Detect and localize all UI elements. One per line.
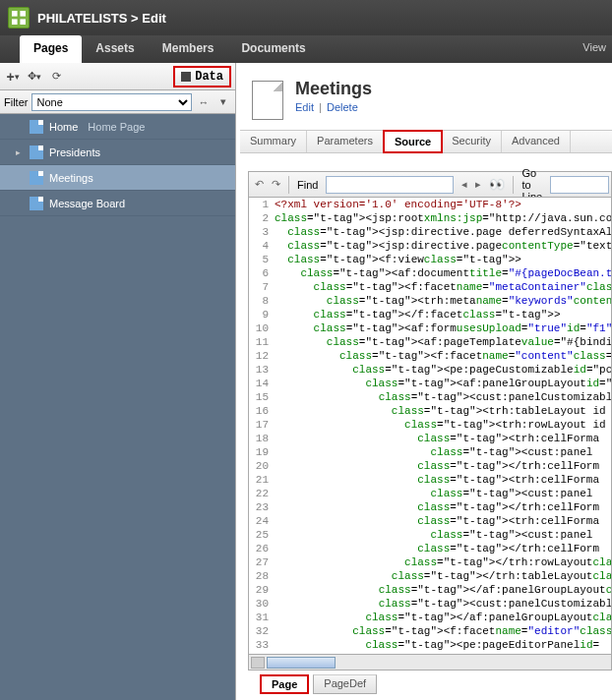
code-line: 22 class="t-tag"><cust:panel xyxy=(249,487,611,500)
code-line: 20 class="t-tag"></trh:cellForm xyxy=(249,459,611,473)
data-button[interactable]: Data xyxy=(173,66,231,88)
app-logo xyxy=(8,7,30,29)
nav-view-link[interactable]: View xyxy=(582,41,606,53)
subtab-advanced[interactable]: Advanced xyxy=(502,131,571,152)
tab-members[interactable]: Members xyxy=(149,35,228,63)
tree-item-message-board[interactable]: Message Board xyxy=(0,191,235,216)
code-line: 7 class="t-tag"><f:facet name="metaConta… xyxy=(249,280,611,294)
code-line: 18 class="t-tag"><trh:cellForma xyxy=(249,432,611,445)
horizontal-scrollbar[interactable] xyxy=(248,655,612,671)
goto-input[interactable] xyxy=(550,176,609,194)
subtab-parameters[interactable]: Parameters xyxy=(307,131,384,152)
code-line: 12 class="t-tag"><f:facet name="content"… xyxy=(249,349,611,363)
find-next-icon[interactable]: ▸ xyxy=(475,176,481,194)
code-line: 11 class="t-tag"><af:pageTemplate value=… xyxy=(249,335,611,349)
subtab-security[interactable]: Security xyxy=(442,131,502,152)
code-line: 1<?xml version='1.0' encoding='UTF-8'?> xyxy=(249,198,611,211)
dropdown-icon[interactable]: ▾ xyxy=(215,94,231,110)
code-line: 28 class="t-tag"></trh:tableLayoutclass=… xyxy=(249,569,611,583)
binoculars-icon[interactable]: 👀 xyxy=(489,176,505,194)
code-line: 26 class="t-tag"></trh:cellForm xyxy=(249,542,611,555)
page-file-icon xyxy=(30,146,43,159)
code-line: 32 class="t-tag"><f:facet name="editor"c… xyxy=(249,624,611,638)
code-line: 15 class="t-tag"><cust:panelCustomizable xyxy=(249,390,611,404)
undo-icon[interactable]: ↶ xyxy=(255,176,264,194)
delete-link[interactable]: Delete xyxy=(327,101,358,113)
page-icon xyxy=(252,81,283,120)
page-title: Meetings xyxy=(295,79,372,99)
svg-rect-1 xyxy=(20,11,26,17)
expand-horizontal-icon[interactable]: ↔ xyxy=(196,94,212,110)
move-icon[interactable]: ✥▾ xyxy=(26,68,43,86)
code-line: 21 class="t-tag"><trh:cellForma xyxy=(249,473,611,487)
code-line: 13 class="t-tag"><pe:pageCustomizable id… xyxy=(249,363,611,377)
code-line: 34 xyxy=(249,652,611,655)
code-line: 31 class="t-tag"></af:panelGroupLayoutcl… xyxy=(249,611,611,624)
code-line: 3 class="t-tag"><jsp:directive.page defe… xyxy=(249,225,611,239)
add-icon[interactable]: +▾ xyxy=(4,68,22,86)
code-line: 8 class="t-tag"><trh:meta name="keywords… xyxy=(249,294,611,308)
tree-item-presidents[interactable]: ▸Presidents xyxy=(0,140,235,165)
tree-item-home[interactable]: HomeHome Page xyxy=(0,114,235,140)
caret-icon: ▸ xyxy=(16,147,24,157)
code-line: 10 class="t-tag"><af:form usesUpload="tr… xyxy=(249,321,611,335)
breadcrumb: PHILATELISTS > Edit xyxy=(37,11,166,26)
filter-label: Filter xyxy=(4,96,28,108)
page-tree: HomeHome Page▸PresidentsMeetingsMessage … xyxy=(0,114,235,700)
edit-link[interactable]: Edit xyxy=(295,101,314,113)
data-icon xyxy=(181,72,191,82)
svg-rect-3 xyxy=(20,19,26,25)
svg-rect-0 xyxy=(12,11,18,17)
code-line: 25 class="t-tag"><cust:panel xyxy=(249,528,611,542)
refresh-icon[interactable]: ⟳ xyxy=(47,68,65,86)
bottom-tab-pagedef[interactable]: PageDef xyxy=(313,674,377,694)
code-line: 30 class="t-tag"><cust:panelCustomizable xyxy=(249,597,611,611)
code-line: 16 class="t-tag"><trh:tableLayout id xyxy=(249,404,611,418)
subtab-source[interactable]: Source xyxy=(383,130,443,153)
code-line: 19 class="t-tag"><cust:panel xyxy=(249,445,611,459)
filter-select[interactable]: None xyxy=(31,93,192,111)
tab-pages[interactable]: Pages xyxy=(20,35,82,63)
page-file-icon xyxy=(30,171,43,185)
tab-documents[interactable]: Documents xyxy=(227,35,319,63)
code-line: 29 class="t-tag"></af:panelGroupLayoutcl… xyxy=(249,583,611,597)
code-line: 24 class="t-tag"><trh:cellForma xyxy=(249,514,611,528)
code-line: 2class="t-tag"><jsp:root xmlns:jsp="http… xyxy=(249,211,611,225)
page-file-icon xyxy=(30,120,43,134)
code-line: 6 class="t-tag"><af:document title="#{pa… xyxy=(249,266,611,280)
subtab-summary[interactable]: Summary xyxy=(240,131,307,152)
source-editor[interactable]: 1<?xml version='1.0' encoding='UTF-8'?>2… xyxy=(248,197,612,655)
code-line: 14 class="t-tag"><af:panelGroupLayout id… xyxy=(249,377,611,390)
code-line: 17 class="t-tag"><trh:rowLayout id xyxy=(249,418,611,432)
code-line: 23 class="t-tag"></trh:cellForm xyxy=(249,500,611,514)
code-line: 27 class="t-tag"></trh:rowLayoutclass="t… xyxy=(249,555,611,569)
code-line: 5 class="t-tag"><f:viewclass="t-tag">> xyxy=(249,253,611,266)
bottom-tab-page[interactable]: Page xyxy=(260,674,309,694)
find-input[interactable] xyxy=(326,176,454,194)
page-file-icon xyxy=(30,197,43,210)
find-prev-icon[interactable]: ◂ xyxy=(461,176,467,194)
find-label: Find xyxy=(297,179,318,191)
tree-item-meetings[interactable]: Meetings xyxy=(0,165,235,191)
code-line: 33 class="t-tag"><pe:pageEditorPanel id= xyxy=(249,638,611,652)
tab-assets[interactable]: Assets xyxy=(82,35,148,63)
redo-icon[interactable]: ↷ xyxy=(272,176,280,194)
svg-rect-2 xyxy=(12,19,18,25)
code-line: 4 class="t-tag"><jsp:directive.page cont… xyxy=(249,239,611,253)
code-line: 9 class="t-tag"></f:facetclass="t-tag">> xyxy=(249,308,611,321)
